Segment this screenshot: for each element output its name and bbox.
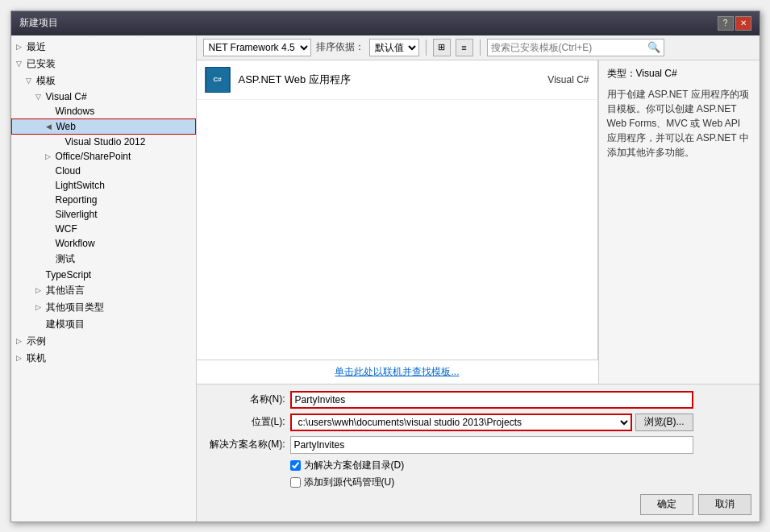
sort-label: 排序依据： <box>316 40 364 54</box>
expand-icon-samples: ▷ <box>15 336 24 346</box>
help-button[interactable]: ? <box>718 16 734 31</box>
tree-label-other-types: 其他项目类型 <box>46 301 104 314</box>
search-icon: 🔍 <box>647 41 660 53</box>
info-panel: 类型：Visual C# 用于创建 ASP.NET 应用程序的项目模板。你可以创… <box>598 60 760 384</box>
close-button[interactable]: ✕ <box>735 16 751 31</box>
browse-button[interactable]: 浏览(B)... <box>635 414 693 431</box>
tree-label-office: Office/SharePoint <box>56 151 131 162</box>
expand-icon-recent: ▷ <box>15 42 24 52</box>
info-type: 类型：Visual C# <box>607 67 751 81</box>
tree-label-recent: 最近 <box>27 40 46 54</box>
tree-label-reporting: Reporting <box>56 194 98 206</box>
tree-item-other-types[interactable]: ▷其他项目类型 <box>11 299 196 316</box>
tree-label-workflow: Workflow <box>56 238 95 249</box>
tree-item-web[interactable]: ◀Web <box>11 118 196 135</box>
tree-item-workflow[interactable]: Workflow <box>11 236 196 251</box>
expand-icon-other-types: ▷ <box>34 302 44 312</box>
tree-label-installed: 已安装 <box>27 57 56 71</box>
template-item[interactable]: C# ASP.NET Web 应用程序 Visual C# <box>197 60 597 100</box>
tree-label-silverlight: Silverlight <box>56 209 98 220</box>
main-area: NET Framework 4.5 排序依据： 默认值 ⊞ ≡ 🔍 <box>197 35 760 522</box>
title-bar: 新建项目 ? ✕ <box>11 11 760 35</box>
info-description: 用于创建 ASP.NET 应用程序的项目模板。你可以创建 ASP.NET Web… <box>607 87 751 160</box>
tree-label-cloud: Cloud <box>56 165 81 177</box>
name-row: 名称(N): <box>205 391 751 409</box>
solution-row: 解决方案名称(M): <box>205 436 751 454</box>
ok-button[interactable]: 确定 <box>640 494 693 515</box>
tree-item-wcf[interactable]: WCF <box>11 222 196 236</box>
tree-label-build-items: 建模项目 <box>46 318 85 331</box>
tree-item-office[interactable]: ▷Office/SharePoint <box>11 149 196 164</box>
expand-icon-installed: ▽ <box>15 59 24 69</box>
tree-label-windows: Windows <box>56 106 95 117</box>
tree-label-lightswitch: LightSwitch <box>56 180 105 191</box>
tree-item-templates[interactable]: ▽模板 <box>11 73 196 89</box>
tree-item-typescript[interactable]: TypeScript <box>11 268 196 282</box>
tree-item-samples[interactable]: ▷示例 <box>11 333 196 350</box>
tree-item-lightswitch[interactable]: LightSwitch <box>11 178 196 193</box>
solution-label: 解决方案名称(M): <box>205 438 285 451</box>
location-wrap: c:\users\wwh\documents\visual studio 201… <box>290 414 693 431</box>
new-project-dialog: 新建项目 ? ✕ ▷最近▽已安装▽模板▽Visual C#Windows◀Web… <box>10 10 760 522</box>
tree-label-typescript: TypeScript <box>46 269 92 281</box>
tree-item-vs2012[interactable]: Visual Studio 2012 <box>11 135 196 149</box>
grid-view-button[interactable]: ⊞ <box>433 39 451 56</box>
checkboxes-area: 为解决方案创建目录(D) 添加到源代码管理(U) <box>290 459 751 489</box>
separator2 <box>480 39 481 56</box>
expand-icon-visual-csharp: ▽ <box>34 92 44 102</box>
name-label: 名称(N): <box>205 393 285 406</box>
add-source-label: 添加到源代码管理(U) <box>304 476 395 489</box>
create-dir-checkbox[interactable] <box>290 460 301 471</box>
search-box: 🔍 <box>487 39 664 56</box>
solution-input[interactable] <box>290 436 693 454</box>
expand-icon-web: ◀ <box>44 122 54 131</box>
name-input[interactable] <box>290 391 693 409</box>
add-source-checkbox[interactable] <box>290 477 301 488</box>
list-view-button[interactable]: ≡ <box>456 39 473 56</box>
tree-label-templates: 模板 <box>36 74 56 88</box>
expand-icon-templates: ▽ <box>24 76 34 85</box>
tree-item-test[interactable]: 测试 <box>11 251 196 268</box>
tree-item-windows[interactable]: Windows <box>11 104 196 118</box>
template-name: ASP.NET Web 应用程序 <box>239 73 351 87</box>
tree-item-online[interactable]: ▷联机 <box>11 350 196 367</box>
tree-label-vs2012: Visual Studio 2012 <box>65 136 146 148</box>
separator <box>426 39 427 56</box>
tree-label-online: 联机 <box>27 351 46 365</box>
online-templates-link[interactable]: 单击此处以联机并查找模板... <box>335 366 459 377</box>
tree-item-other-lang[interactable]: ▷其他语言 <box>11 282 196 299</box>
tree-label-other-lang: 其他语言 <box>46 284 85 297</box>
tree-item-visual-csharp[interactable]: ▽Visual C# <box>11 89 196 104</box>
tree-item-build-items[interactable]: 建模项目 <box>11 316 196 333</box>
tree-item-reporting[interactable]: Reporting <box>11 193 196 207</box>
tree-item-installed[interactable]: ▽已安装 <box>11 56 196 73</box>
tree-label-web: Web <box>56 121 76 132</box>
template-type: Visual C# <box>547 74 589 85</box>
templates-panel: C# ASP.NET Web 应用程序 Visual C# <box>197 60 598 360</box>
location-label: 位置(L): <box>205 415 285 429</box>
tree-item-cloud[interactable]: Cloud <box>11 164 196 178</box>
framework-select[interactable]: NET Framework 4.5 <box>203 39 311 56</box>
dialog-title: 新建项目 <box>19 16 58 30</box>
location-row: 位置(L): c:\users\wwh\documents\visual stu… <box>205 414 751 431</box>
dialog-body: ▷最近▽已安装▽模板▽Visual C#Windows◀WebVisual St… <box>11 35 760 522</box>
add-source-row: 添加到源代码管理(U) <box>290 476 751 489</box>
expand-icon-online: ▷ <box>15 353 24 363</box>
toolbar: NET Framework 4.5 排序依据： 默认值 ⊞ ≡ 🔍 <box>197 35 760 60</box>
template-icon: C# <box>205 67 231 93</box>
search-input[interactable] <box>491 42 646 53</box>
tree-item-silverlight[interactable]: Silverlight <box>11 207 196 222</box>
tree-item-recent[interactable]: ▷最近 <box>11 39 196 56</box>
create-dir-row: 为解决方案创建目录(D) <box>290 459 751 472</box>
left-panel: ▷最近▽已安装▽模板▽Visual C#Windows◀WebVisual St… <box>11 35 197 522</box>
cancel-button[interactable]: 取消 <box>698 494 751 515</box>
tree-label-visual-csharp: Visual C# <box>46 91 87 102</box>
location-select[interactable]: c:\users\wwh\documents\visual studio 201… <box>290 414 632 431</box>
tree-label-wcf: WCF <box>56 223 77 235</box>
expand-icon-office: ▷ <box>44 152 53 161</box>
tree-label-samples: 示例 <box>27 335 46 348</box>
content-area: C# ASP.NET Web 应用程序 Visual C# 单击此处以联机并查找… <box>197 60 760 384</box>
expand-icon-other-lang: ▷ <box>34 285 44 295</box>
sort-select[interactable]: 默认值 <box>369 39 419 56</box>
bottom-form: 名称(N): 位置(L): c:\users\wwh\documents\vis… <box>197 384 760 522</box>
